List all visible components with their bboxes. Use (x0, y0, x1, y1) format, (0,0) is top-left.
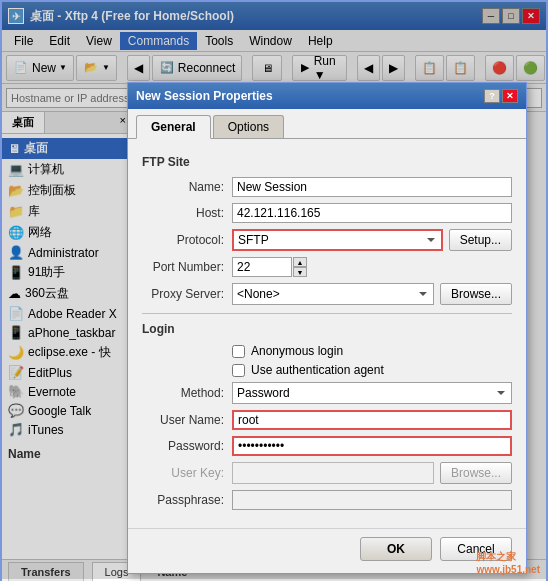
port-spinner: ▲ ▼ (232, 257, 512, 277)
name-input[interactable] (232, 177, 512, 197)
port-row: Port Number: ▲ ▼ (142, 257, 512, 277)
protocol-field-label: Protocol: (142, 233, 232, 247)
proxy-select[interactable]: <None> (232, 283, 434, 305)
setup-button[interactable]: Setup... (449, 229, 512, 251)
protocol-select[interactable]: SFTP FTP FTPS (232, 229, 443, 251)
username-field-label: User Name: (142, 413, 232, 427)
passphrase-input (232, 490, 512, 510)
login-section-label: Login (142, 322, 512, 336)
new-session-dialog: New Session Properties ? ✕ General Optio… (127, 82, 527, 574)
auth-agent-label: Use authentication agent (251, 363, 384, 377)
dialog-tab-bar: General Options (128, 109, 526, 139)
passphrase-row: Passphrase: (142, 490, 512, 510)
auth-agent-row: Use authentication agent (142, 363, 512, 377)
port-input[interactable] (232, 257, 292, 277)
proxy-row: Proxy Server: <None> Browse... (142, 283, 512, 305)
method-field-label: Method: (142, 386, 232, 400)
port-spin-buttons: ▲ ▼ (293, 257, 307, 277)
auth-agent-checkbox[interactable] (232, 364, 245, 377)
userkey-row: User Key: Browse... (142, 462, 512, 484)
host-row: Host: (142, 203, 512, 223)
name-field-label: Name: (142, 180, 232, 194)
host-field-label: Host: (142, 206, 232, 220)
anonymous-checkbox[interactable] (232, 345, 245, 358)
password-input[interactable] (232, 436, 512, 456)
watermark: 脚本之家 www.jb51.net (476, 550, 540, 575)
method-row: Method: Password Public Key Keyboard Int… (142, 382, 512, 404)
dialog-body: FTP Site Name: Host: Protocol: SFTP FTP … (128, 139, 526, 528)
main-window: ✈ 桌面 - Xftp 4 (Free for Home/School) ─ □… (0, 0, 548, 581)
ok-button[interactable]: OK (360, 537, 432, 561)
proxy-field-label: Proxy Server: (142, 287, 232, 301)
userkey-select (232, 462, 434, 484)
password-row: Password: (142, 436, 512, 456)
method-select[interactable]: Password Public Key Keyboard Interactive (232, 382, 512, 404)
divider (142, 313, 512, 314)
port-down-button[interactable]: ▼ (293, 267, 307, 277)
dialog-tab-general[interactable]: General (136, 115, 211, 139)
dialog-title-text: New Session Properties (136, 89, 273, 103)
dialog-help-button[interactable]: ? (484, 89, 500, 103)
anonymous-label: Anonymous login (251, 344, 343, 358)
protocol-row: Protocol: SFTP FTP FTPS Setup... (142, 229, 512, 251)
dialog-title-bar: New Session Properties ? ✕ (128, 83, 526, 109)
username-input[interactable] (232, 410, 512, 430)
browse2-button: Browse... (440, 462, 512, 484)
userkey-field-label: User Key: (142, 466, 232, 480)
ftp-site-section-label: FTP Site (142, 155, 512, 169)
dialog-footer: OK Cancel (128, 528, 526, 573)
host-input[interactable] (232, 203, 512, 223)
browse-button[interactable]: Browse... (440, 283, 512, 305)
password-field-label: Password: (142, 439, 232, 453)
name-row: Name: (142, 177, 512, 197)
port-up-button[interactable]: ▲ (293, 257, 307, 267)
dialog-close-button[interactable]: ✕ (502, 89, 518, 103)
anonymous-row: Anonymous login (142, 344, 512, 358)
dialog-tab-options[interactable]: Options (213, 115, 284, 138)
username-row: User Name: (142, 410, 512, 430)
dialog-title-controls: ? ✕ (484, 89, 518, 103)
port-field-label: Port Number: (142, 260, 232, 274)
passphrase-field-label: Passphrase: (142, 493, 232, 507)
